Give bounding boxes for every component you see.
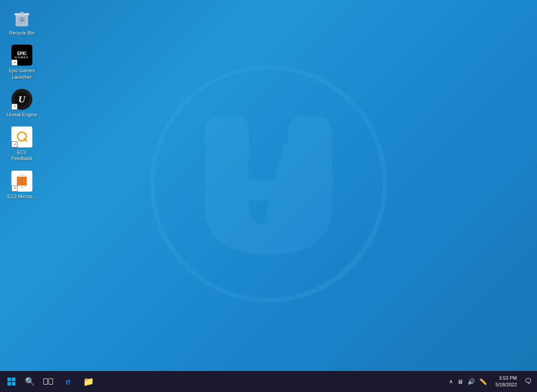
task-view-button[interactable]	[38, 372, 58, 391]
unreal-engine-icon[interactable]: U ↗ Unreal Engine	[4, 86, 39, 120]
recycle-bin-icon[interactable]: ♻ Recycle Bin	[4, 4, 39, 38]
taskbar: 🔍 e 📁 ∧	[0, 371, 537, 392]
svg-text:U: U	[18, 94, 26, 105]
ue-watermark: ᚐ	[146, 61, 391, 306]
shortcut-arrow: ↗	[11, 60, 17, 66]
task-view-icon	[43, 378, 53, 385]
clock-date: 5/18/2022	[495, 382, 517, 388]
network-icon[interactable]: 🖥	[457, 378, 464, 386]
ec2-feedback-label: EC2 Feedback	[6, 149, 38, 162]
internet-explorer-button[interactable]: e	[59, 372, 78, 391]
ie-icon: e	[66, 377, 70, 387]
action-center-button[interactable]: 🗨	[521, 372, 535, 391]
recycle-bin-image: ♻	[11, 7, 32, 28]
ec2-microsoft-label: EC2 Micros...	[7, 193, 36, 200]
file-explorer-button[interactable]: 📁	[79, 372, 98, 391]
ec2-feedback-image: ↗	[11, 126, 32, 147]
search-icon: 🔍	[25, 377, 35, 386]
volume-icon[interactable]: 🔊	[467, 377, 476, 386]
clock-time: 3:53 PM	[499, 375, 517, 382]
windows-logo-icon	[7, 378, 15, 385]
ec2-microsoft-image: ↗	[11, 171, 32, 192]
show-hidden-icons-button[interactable]: ∧	[448, 378, 454, 385]
folder-icon: 📁	[83, 376, 94, 387]
epic-games-label: Epic Games Launcher	[6, 67, 38, 80]
unreal-engine-label: Unreal Engine	[7, 112, 37, 118]
desktop: ᚐ	[0, 0, 537, 392]
pen-icon[interactable]: ✏️	[478, 377, 488, 386]
search-button[interactable]: 🔍	[22, 374, 38, 389]
shortcut-arrow: ↗	[11, 141, 17, 147]
notification-icon: 🗨	[525, 378, 532, 385]
taskbar-right: ∧ 🖥 🔊 ✏️ 3:53 PM 5/18/2022 🗨	[445, 372, 535, 391]
shortcut-arrow: ↗	[11, 186, 17, 192]
epic-games-icon[interactable]: EPIC GAMES ↗ Epic Games Launcher	[4, 42, 39, 83]
taskbar-left: 🔍 e 📁	[2, 372, 98, 391]
system-tray: ∧ 🖥 🔊 ✏️	[445, 377, 491, 386]
clock[interactable]: 3:53 PM 5/18/2022	[492, 375, 520, 388]
epic-games-image: EPIC GAMES ↗	[11, 45, 32, 66]
desktop-icons: ♻ Recycle Bin EPIC GAMES ↗ Epic Games La…	[4, 4, 39, 202]
svg-rect-5	[20, 12, 24, 14]
unreal-engine-image: U ↗	[11, 89, 32, 110]
svg-text:♻: ♻	[19, 16, 25, 23]
shortcut-arrow: ↗	[11, 104, 17, 110]
start-button[interactable]	[2, 372, 21, 391]
ec2-feedback-icon[interactable]: ↗ EC2 Feedback	[4, 124, 39, 164]
ec2-microsoft-icon[interactable]: ↗ EC2 Micros...	[4, 168, 39, 202]
recycle-bin-label: Recycle Bin	[9, 30, 35, 36]
